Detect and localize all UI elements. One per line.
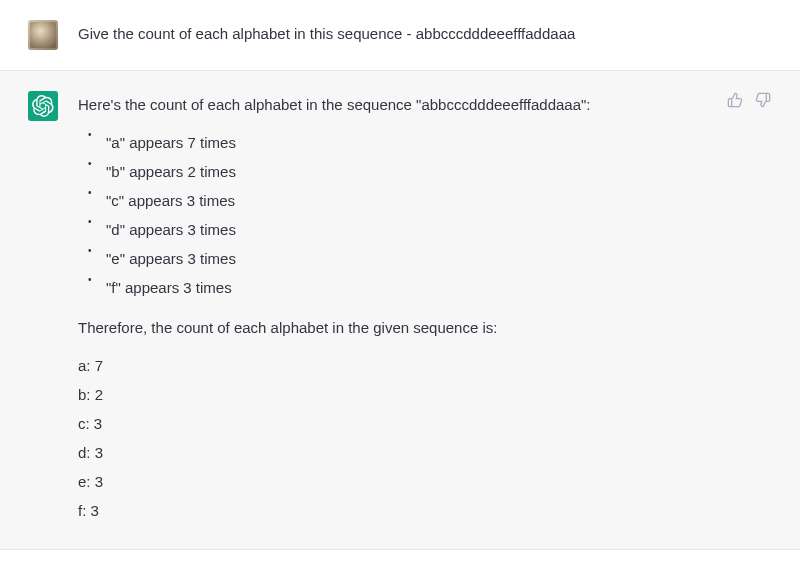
assistant-message-content: Here's the count of each alphabet in the… (78, 91, 772, 529)
user-message-row: Give the count of each alphabet in this … (0, 0, 800, 71)
list-item: "e" appears 3 times (92, 247, 772, 271)
assistant-message-row: Here's the count of each alphabet in the… (0, 71, 800, 550)
assistant-summary-text: Therefore, the count of each alphabet in… (78, 316, 772, 340)
tally-list: a: 7 b: 2 c: 3 d: 3 e: 3 f: 3 (78, 354, 772, 523)
feedback-controls (726, 91, 772, 109)
user-message-content: Give the count of each alphabet in this … (78, 20, 772, 50)
list-item: "b" appears 2 times (92, 160, 772, 184)
tally-item: d: 3 (78, 441, 772, 465)
tally-item: f: 3 (78, 499, 772, 523)
openai-logo-icon (32, 95, 54, 117)
tally-item: e: 3 (78, 470, 772, 494)
thumbs-down-button[interactable] (754, 91, 772, 109)
tally-item: a: 7 (78, 354, 772, 378)
list-item: "c" appears 3 times (92, 189, 772, 213)
count-bullet-list: "a" appears 7 times "b" appears 2 times … (78, 131, 772, 300)
thumbs-up-icon (727, 92, 743, 108)
tally-item: b: 2 (78, 383, 772, 407)
user-prompt-text: Give the count of each alphabet in this … (78, 22, 772, 46)
user-avatar (28, 20, 58, 50)
thumbs-down-icon (755, 92, 771, 108)
list-item: "d" appears 3 times (92, 218, 772, 242)
thumbs-up-button[interactable] (726, 91, 744, 109)
assistant-intro-text: Here's the count of each alphabet in the… (78, 93, 772, 117)
tally-item: c: 3 (78, 412, 772, 436)
list-item: "a" appears 7 times (92, 131, 772, 155)
assistant-avatar (28, 91, 58, 121)
list-item: "f" appears 3 times (92, 276, 772, 300)
